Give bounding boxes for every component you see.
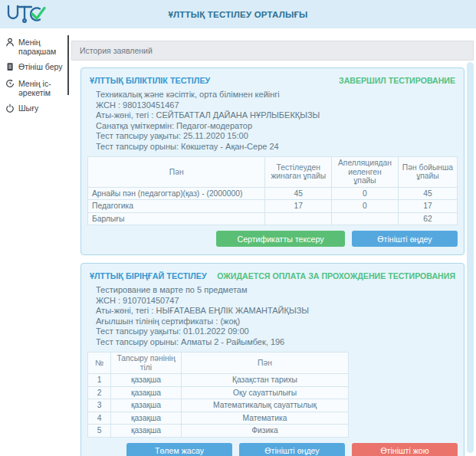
cell-subject: Математикалық сауаттылық bbox=[182, 399, 349, 412]
cell-language: қазақша bbox=[111, 399, 182, 412]
column-header: Апелляциядан иеленген ұпайы bbox=[332, 157, 399, 188]
cell-subject: Арнайы пән (педагогтар)(қаз) - (2000000) bbox=[88, 187, 265, 200]
sidebar-item-label: Шығу bbox=[18, 103, 38, 113]
ent-subjects-table: № Тапсыру пәнінің тілі Пән 1 қазақша Қаз… bbox=[87, 352, 349, 438]
info-line-name: Аты-жөні, тегі : НЫҒАТАЕВА ЕҢЛІК ЖАМАНТА… bbox=[96, 306, 456, 317]
cell-subject: Педагогика bbox=[88, 200, 265, 213]
card-actions: Сертификатты тексеру Өтінішті өңдеу bbox=[87, 231, 458, 247]
table-row: Педагогика 17 0 17 bbox=[88, 200, 458, 213]
card-qualification-testing: ҰЛТТЫҚ БІЛІКТІЛІК ТЕСТІЛЕУ ЗАВЕРШИЛ ТЕСТ… bbox=[80, 67, 465, 255]
column-header: Пән bbox=[182, 353, 349, 374]
pay-button[interactable]: Төлем жасау bbox=[126, 443, 232, 456]
sidebar-item-label: Менің парақшам bbox=[18, 38, 66, 56]
column-header: Тестілеуден жинаған ұпайы bbox=[265, 157, 332, 188]
status-badge: ЗАВЕРШИЛ ТЕСТИРОВАНИЕ bbox=[339, 76, 455, 85]
document-icon bbox=[5, 62, 15, 73]
cell-appeal-score: 0 bbox=[332, 200, 399, 213]
card-title: ҰЛТТЫҚ БІЛІКТІЛІК ТЕСТІЛЕУ bbox=[90, 76, 210, 85]
section-title: История заявлений bbox=[80, 46, 153, 55]
column-header: № bbox=[88, 353, 111, 374]
cell-test-score bbox=[265, 212, 332, 225]
power-icon bbox=[5, 103, 15, 114]
table-row: Барлығы 62 bbox=[88, 212, 458, 225]
table-row: 2 қазақша Оқу сауаттылығы bbox=[88, 386, 349, 399]
cell-total-score: 62 bbox=[398, 212, 457, 225]
info-line-test-time: Тест тапсыру уақыты: 25.11.2020 15:00 bbox=[96, 131, 456, 142]
sidebar-item-my-actions[interactable]: Менің іс-әрекетім bbox=[5, 79, 66, 97]
app-title: ҰЛТТЫҚ ТЕСТІЛЕУ ОРТАЛЫҒЫ bbox=[0, 10, 476, 19]
info-line-category: Санатқа үміткермін: Педагог-модератор bbox=[96, 121, 456, 132]
sidebar-divider bbox=[67, 35, 69, 95]
table-row: 5 қазақша Физика bbox=[88, 425, 349, 438]
table-header-row: Пән Тестілеуден жинаған ұпайы Апелляцияд… bbox=[88, 157, 458, 188]
cell-subject: Оқу сауаттылығы bbox=[182, 386, 349, 399]
cell-language: қазақша bbox=[111, 425, 182, 438]
info-line-name: Аты-жөні, тегі : СЕЙТБАТТАЛ ДАЙАНА НҰРЛЫ… bbox=[96, 110, 456, 121]
info-line: Тестирование в марте по 5 предметам bbox=[96, 285, 456, 296]
card-title: ҰЛТТЫҚ БІРІҢҒАЙ ТЕСТІЛЕУ bbox=[90, 271, 207, 280]
card-info: Тестирование в марте по 5 предметам ЖСН … bbox=[87, 283, 458, 349]
info-line-english-cert: Ағылшын тілінің сертификаты : (жоқ) bbox=[96, 317, 456, 327]
cell-language: қазақша bbox=[111, 374, 182, 387]
cell-language: қазақша bbox=[111, 386, 182, 399]
person-icon bbox=[5, 38, 15, 48]
cell-subject: Физика bbox=[182, 425, 349, 438]
sidebar-item-logout[interactable]: Шығу bbox=[5, 103, 66, 114]
check-certificate-button[interactable]: Сертификатты тексеру bbox=[216, 231, 345, 247]
table-row: 4 қазақша Математика bbox=[88, 412, 349, 425]
column-header: Пән bbox=[88, 157, 265, 188]
scrollbar-track[interactable] bbox=[467, 62, 474, 453]
cell-test-score: 17 bbox=[265, 200, 332, 213]
cell-appeal-score bbox=[332, 212, 399, 225]
cell-subject: Математика bbox=[182, 412, 349, 425]
edit-application-button[interactable]: Өтінішті өңдеу bbox=[239, 443, 345, 456]
info-line: Техникалық және кәсіптік, орта білімнен … bbox=[96, 90, 456, 100]
sidebar-item-profile[interactable]: Менің парақшам bbox=[5, 38, 66, 56]
top-bar: ҰЛТТЫҚ ТЕСТІЛЕУ ОРТАЛЫҒЫ bbox=[0, 0, 476, 28]
cell-total-score: 45 bbox=[398, 187, 457, 200]
cell-number: 1 bbox=[88, 374, 111, 387]
cell-test-score: 45 bbox=[265, 187, 332, 200]
qualification-results-table: Пән Тестілеуден жинаған ұпайы Апелляцияд… bbox=[87, 156, 458, 225]
cell-number: 2 bbox=[88, 386, 111, 399]
history-icon bbox=[5, 79, 15, 90]
info-line-test-place: Тест тапсыру орыны: Көкшетау - Ақан-Сере… bbox=[96, 142, 456, 153]
sidebar-item-apply[interactable]: Өтініш беру bbox=[5, 62, 66, 73]
sidebar-item-label: Менің іс-әрекетім bbox=[18, 79, 66, 97]
info-line-test-place: Тест тапсыру орыны: Алматы 2 - Райымбек,… bbox=[96, 337, 456, 348]
main-content: История заявлений ҰЛТТЫҚ БІЛІКТІЛІК ТЕСТ… bbox=[71, 41, 474, 456]
cell-subject: Барлығы bbox=[88, 212, 265, 225]
cell-language: қазақша bbox=[111, 412, 182, 425]
column-header: Пән бойынша ұпайы bbox=[398, 157, 457, 188]
card-actions: Төлем жасау Өтінішті өңдеу Өтінішті жою bbox=[87, 443, 458, 456]
delete-application-button[interactable]: Өтінішті жою bbox=[352, 443, 458, 456]
card-header: ҰЛТТЫҚ БІРІҢҒАЙ ТЕСТІЛЕУ ОЖИДАЕТСЯ ОПЛАТ… bbox=[87, 270, 458, 283]
cell-number: 5 bbox=[88, 425, 111, 438]
status-badge: ОЖИДАЕТСЯ ОПЛАТА ЗА ПРОХОЖДЕНИЕ ТЕСТИРОВ… bbox=[217, 271, 455, 280]
card-unified-testing: ҰЛТТЫҚ БІРІҢҒАЙ ТЕСТІЛЕУ ОЖИДАЕТСЯ ОПЛАТ… bbox=[80, 263, 465, 456]
info-line-iin: ЖСН : 980130451467 bbox=[96, 100, 456, 111]
info-line-test-time: Тест тапсыру уақыты: 01.01.2022 09:00 bbox=[96, 326, 456, 337]
section-header: История заявлений bbox=[71, 41, 474, 61]
table-header-row: № Тапсыру пәнінің тілі Пән bbox=[88, 353, 349, 374]
table-row: 1 қазақша Қазақстан тарихы bbox=[88, 374, 349, 387]
column-header: Тапсыру пәнінің тілі bbox=[111, 353, 182, 374]
card-info: Техникалық және кәсіптік, орта білімнен … bbox=[87, 87, 458, 153]
info-line-iin: ЖСН : 910701450747 bbox=[96, 296, 456, 307]
cell-appeal-score: 0 bbox=[332, 187, 399, 200]
table-row: 3 қазақша Математикалық сауаттылық bbox=[88, 399, 349, 412]
edit-application-button[interactable]: Өтінішті өңдеу bbox=[352, 231, 458, 247]
cell-number: 4 bbox=[88, 412, 111, 425]
card-header: ҰЛТТЫҚ БІЛІКТІЛІК ТЕСТІЛЕУ ЗАВЕРШИЛ ТЕСТ… bbox=[87, 74, 458, 87]
sidebar: Менің парақшам Өтініш беру Менің іс-әрек… bbox=[0, 38, 66, 114]
cell-number: 3 bbox=[88, 399, 111, 412]
cell-total-score: 17 bbox=[398, 200, 457, 213]
sidebar-item-label: Өтініш беру bbox=[18, 62, 63, 71]
cell-subject: Қазақстан тарихы bbox=[182, 374, 349, 387]
table-row: Арнайы пән (педагогтар)(қаз) - (2000000)… bbox=[88, 187, 458, 200]
